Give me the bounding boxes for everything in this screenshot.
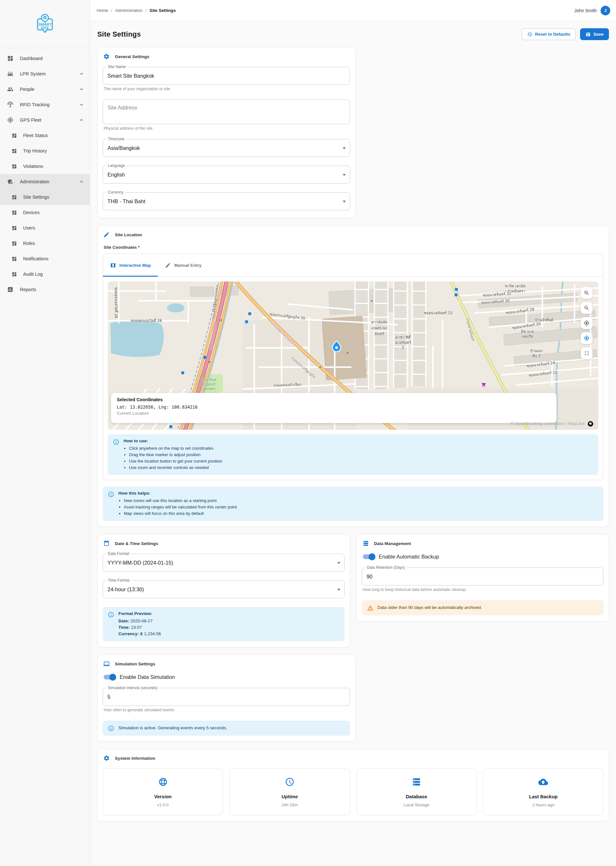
data-retention-field[interactable]: Data Retention (Days) <box>362 567 604 586</box>
site-location-card: Site Location Site Coordinates * Interac… <box>97 225 609 527</box>
currency-select[interactable]: Currency THB - Thai Baht <box>103 192 350 210</box>
antenna-icon <box>7 101 14 108</box>
site-name-input[interactable] <box>107 73 345 79</box>
reset-to-defaults-button[interactable]: Reset to Defaults <box>522 28 575 40</box>
info-icon <box>108 611 114 618</box>
maplibre-logo-icon[interactable] <box>588 421 593 427</box>
dashboard-icon <box>11 272 17 277</box>
save-button[interactable]: Save <box>580 28 609 40</box>
zoom-out-icon <box>584 305 590 311</box>
dashboard-icon <box>11 164 17 169</box>
warning-icon <box>367 605 374 611</box>
laptop-icon <box>103 661 110 667</box>
sidebar-item-notifications[interactable]: Notifications <box>0 251 90 266</box>
map-icon <box>110 262 116 268</box>
zoom-in-icon <box>584 290 590 296</box>
last-backup-card: Last Backup 2 hours ago <box>483 768 603 815</box>
dashboard-icon <box>11 148 17 154</box>
breadcrumb-administration[interactable]: Administration <box>115 8 143 13</box>
date-format-select[interactable]: Date Format YYYY-MM-DD (2024-01-15) <box>103 554 344 572</box>
page-title: Site Settings <box>97 30 141 38</box>
user-menu[interactable]: John Smith J <box>574 6 610 16</box>
version-card: Version v1.0.0 <box>103 768 223 815</box>
sidebar-item-dashboard[interactable]: Dashboard <box>0 51 90 66</box>
language-select[interactable]: Language English <box>103 165 350 184</box>
info-icon <box>108 491 114 498</box>
chevron-up-icon <box>78 117 85 123</box>
card-title: General Settings <box>115 54 149 59</box>
sidebar-nav: Dashboard LPR System People RFID Trackin… <box>0 48 90 297</box>
preview-time: Time: 23:07 <box>118 624 161 631</box>
recenter-button[interactable] <box>581 332 592 344</box>
pencil-icon <box>165 262 171 268</box>
data-retention-input[interactable] <box>367 573 599 580</box>
sidebar-item-devices[interactable]: Devices <box>0 205 90 220</box>
gps-icon <box>584 320 590 326</box>
system-info-grid: Version v1.0.0 Uptime 24h 15m Database <box>103 768 603 815</box>
card-title: Data Management <box>374 541 411 546</box>
sidebar-item-roles[interactable]: Roles <box>0 236 90 251</box>
sidebar-item-gps-fleet[interactable]: GPS Fleet <box>0 112 90 128</box>
data-simulation-toggle[interactable] <box>104 675 115 680</box>
site-coordinates-label: Site Coordinates * <box>104 245 603 250</box>
tab-interactive-map[interactable]: Interactive Map <box>103 254 158 276</box>
svg-text:SITE: SITE <box>41 26 49 30</box>
sidebar-item-site-settings[interactable]: Site Settings <box>0 189 90 205</box>
database-card: Database Local Storage <box>357 768 477 815</box>
tab-manual-entry[interactable]: Manual Entry <box>158 254 209 276</box>
info-icon <box>113 439 119 445</box>
breadcrumb: Home / Administration / Site Settings <box>97 8 176 13</box>
timezone-select[interactable]: Timezone Asia/Bangkok <box>103 139 350 157</box>
sidebar-item-users[interactable]: Users <box>0 220 90 236</box>
locate-button[interactable] <box>581 317 592 329</box>
automatic-backup-label: Enable Automatic Backup <box>379 554 439 560</box>
gear-icon <box>103 53 110 60</box>
map-canvas[interactable]: ซอยสุคนธสวัสดิ์ 26ซอยสุคนธสวัสดิ์ 26ซอยป… <box>108 282 598 430</box>
avatar[interactable]: J <box>600 6 610 16</box>
format-preview-infobox: Format Preview: Date: 2025-08-27 Time: 2… <box>103 607 344 641</box>
dropdown-caret-icon <box>343 174 346 176</box>
preview-date: Date: 2025-08-27 <box>118 618 161 624</box>
site-name-field[interactable]: Site Name <box>103 67 350 85</box>
sidebar-item-lpr-system[interactable]: LPR System <box>0 66 90 82</box>
sidebar-item-audit-log[interactable]: Audit Log <box>0 266 90 282</box>
automatic-backup-toggle[interactable] <box>363 554 374 559</box>
simulation-interval-input[interactable] <box>107 694 345 700</box>
time-format-select[interactable]: Time Format 24-hour (13:30) <box>103 580 344 598</box>
app-window: SMART SITE Dashboard LPR System People <box>0 0 616 866</box>
chevron-down-icon <box>78 86 85 93</box>
date-time-settings-card: Date & Time Settings Date Format YYYY-MM… <box>97 534 350 647</box>
sidebar-item-reports[interactable]: Reports <box>0 282 90 297</box>
gps-icon <box>584 335 590 341</box>
gear-icon <box>103 755 110 761</box>
breadcrumb-home[interactable]: Home <box>97 8 108 13</box>
zoom-in-button[interactable] <box>581 287 592 299</box>
site-address-input[interactable] <box>107 105 345 120</box>
uptime-card: Uptime 24h 15m <box>229 768 350 815</box>
sidebar-item-trip-history[interactable]: Trip History <box>0 143 90 159</box>
simulation-settings-card: Simulation Settings Enable Data Simulati… <box>97 655 355 742</box>
preview-currency: Currency: ฿ 1,234.56 <box>118 631 161 637</box>
zoom-out-button[interactable] <box>581 302 592 314</box>
site-address-helper: Physical address of the site <box>104 126 350 131</box>
globe-icon <box>158 777 168 787</box>
sidebar-item-fleet-status[interactable]: Fleet Status <box>0 128 90 143</box>
logo: SMART SITE <box>0 0 90 48</box>
sidebar-item-rfid-tracking[interactable]: RFID Tracking <box>0 97 90 112</box>
sidebar: SMART SITE Dashboard LPR System People <box>0 0 90 866</box>
cloud-upload-icon <box>538 777 548 787</box>
site-address-field[interactable] <box>103 99 350 124</box>
simulation-interval-field[interactable]: Simulation Interval (seconds) <box>103 688 350 706</box>
calendar-icon <box>103 540 110 546</box>
breadcrumb-separator: / <box>145 8 147 13</box>
save-icon <box>586 32 591 37</box>
dashboard-icon <box>11 133 17 139</box>
sidebar-item-people[interactable]: People <box>0 82 90 97</box>
simulation-active-infobox: Simulation is active. Generating events … <box>103 721 350 736</box>
sidebar-item-administration[interactable]: Administration <box>0 174 90 189</box>
sidebar-item-violations[interactable]: Violations <box>0 159 90 174</box>
howto-bullets: Click anywhere on the map to set coordin… <box>129 445 222 471</box>
card-title: System Information <box>115 756 155 761</box>
chevron-up-icon <box>78 178 85 185</box>
fullscreen-button[interactable] <box>581 347 592 359</box>
